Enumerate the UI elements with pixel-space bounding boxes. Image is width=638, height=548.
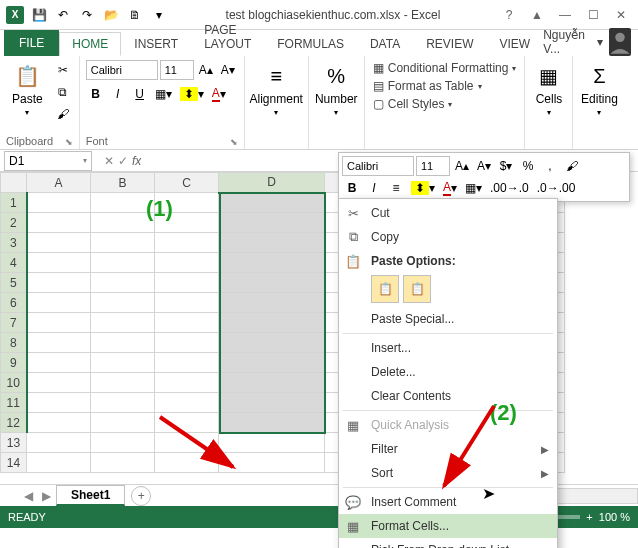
- cancel-formula-icon[interactable]: ✕: [104, 154, 114, 168]
- minimize-icon[interactable]: —: [552, 4, 578, 26]
- cell-D11[interactable]: [219, 393, 325, 413]
- cell-D9[interactable]: [219, 353, 325, 373]
- mini-dec-decimal-icon[interactable]: .00→.0: [487, 178, 532, 198]
- cell-B4[interactable]: [91, 253, 155, 273]
- row-header-13[interactable]: 13: [1, 433, 27, 453]
- row-header-10[interactable]: 10: [1, 373, 27, 393]
- tab-view[interactable]: VIEW: [487, 32, 544, 56]
- open-icon[interactable]: 📂: [100, 4, 122, 26]
- user-account[interactable]: Nguyễn V... ▾: [543, 28, 638, 56]
- cell-D4[interactable]: [219, 253, 325, 273]
- sheet-nav-prev-icon[interactable]: ◀: [20, 489, 36, 503]
- cell-C13[interactable]: [155, 433, 219, 453]
- cell-B3[interactable]: [91, 233, 155, 253]
- row-header-7[interactable]: 7: [1, 313, 27, 333]
- tab-file[interactable]: FILE: [4, 30, 59, 56]
- mini-increase-font-icon[interactable]: A▴: [452, 156, 472, 176]
- cell-B10[interactable]: [91, 373, 155, 393]
- select-all-corner[interactable]: [1, 173, 27, 193]
- cell-B14[interactable]: [91, 453, 155, 473]
- mini-comma-icon[interactable]: ,: [540, 156, 560, 176]
- mini-font-size[interactable]: [416, 156, 450, 176]
- editing-button[interactable]: Σ Editing ▾: [579, 60, 619, 119]
- undo-icon[interactable]: ↶: [52, 4, 74, 26]
- cell-D3[interactable]: [219, 233, 325, 253]
- paste-option-1[interactable]: 📋: [371, 275, 399, 303]
- ctx-insert-comment[interactable]: 💬 Insert Comment: [339, 490, 557, 514]
- cell-D10[interactable]: [219, 373, 325, 393]
- col-header-D[interactable]: D: [219, 173, 325, 193]
- cell-B2[interactable]: [91, 213, 155, 233]
- bold-button[interactable]: B: [86, 84, 106, 104]
- qat-more-icon[interactable]: ▾: [148, 4, 170, 26]
- col-header-B[interactable]: B: [91, 173, 155, 193]
- zoom-in-icon[interactable]: +: [586, 511, 592, 523]
- cell-C9[interactable]: [155, 353, 219, 373]
- font-launcher-icon[interactable]: ⬊: [230, 137, 238, 147]
- cell-B9[interactable]: [91, 353, 155, 373]
- tab-insert[interactable]: INSERT: [121, 32, 191, 56]
- mini-accounting-icon[interactable]: $▾: [496, 156, 516, 176]
- cell-A1[interactable]: [27, 193, 91, 213]
- font-name-combo[interactable]: [86, 60, 158, 80]
- zoom-value[interactable]: 100 %: [599, 511, 630, 523]
- ctx-sort[interactable]: Sort ▶: [339, 461, 557, 485]
- cell-A7[interactable]: [27, 313, 91, 333]
- cell-B12[interactable]: [91, 413, 155, 433]
- cell-C12[interactable]: [155, 413, 219, 433]
- cell-D13[interactable]: [219, 433, 325, 453]
- cell-D14[interactable]: [219, 453, 325, 473]
- row-header-6[interactable]: 6: [1, 293, 27, 313]
- sheet-tab-1[interactable]: Sheet1: [56, 485, 125, 506]
- cell-A9[interactable]: [27, 353, 91, 373]
- row-header-3[interactable]: 3: [1, 233, 27, 253]
- cell-A14[interactable]: [27, 453, 91, 473]
- fx-icon[interactable]: fx: [132, 154, 141, 168]
- cell-B6[interactable]: [91, 293, 155, 313]
- row-header-4[interactable]: 4: [1, 253, 27, 273]
- row-header-9[interactable]: 9: [1, 353, 27, 373]
- row-header-14[interactable]: 14: [1, 453, 27, 473]
- name-box[interactable]: D1 ▾: [4, 151, 92, 171]
- border-icon[interactable]: ▦▾: [152, 84, 175, 104]
- cell-C1[interactable]: [155, 193, 219, 213]
- fill-color-icon[interactable]: ⬍▾: [177, 84, 207, 104]
- cell-D5[interactable]: [219, 273, 325, 293]
- ctx-paste-special[interactable]: Paste Special...: [339, 307, 557, 331]
- cell-D2[interactable]: [219, 213, 325, 233]
- cell-B7[interactable]: [91, 313, 155, 333]
- cell-C6[interactable]: [155, 293, 219, 313]
- ctx-format-cells[interactable]: ▦ Format Cells...: [339, 514, 557, 538]
- mini-font-name[interactable]: [342, 156, 414, 176]
- cell-A12[interactable]: [27, 413, 91, 433]
- clipboard-launcher-icon[interactable]: ⬊: [65, 137, 73, 147]
- cell-A8[interactable]: [27, 333, 91, 353]
- cell-C3[interactable]: [155, 233, 219, 253]
- sheet-nav-next-icon[interactable]: ▶: [38, 489, 54, 503]
- enter-formula-icon[interactable]: ✓: [118, 154, 128, 168]
- cell-styles-button[interactable]: ▢ Cell Styles ▾: [371, 96, 519, 112]
- cell-C11[interactable]: [155, 393, 219, 413]
- mini-align-icon[interactable]: ≡: [386, 178, 406, 198]
- cells-button[interactable]: ▦ Cells ▾: [531, 60, 566, 119]
- cell-B11[interactable]: [91, 393, 155, 413]
- mini-fill-icon[interactable]: ⬍▾: [408, 178, 438, 198]
- tab-data[interactable]: DATA: [357, 32, 413, 56]
- ctx-insert[interactable]: Insert...: [339, 336, 557, 360]
- italic-button[interactable]: I: [108, 84, 128, 104]
- cell-A2[interactable]: [27, 213, 91, 233]
- save-icon[interactable]: 💾: [28, 4, 50, 26]
- tab-home[interactable]: HOME: [59, 32, 121, 56]
- number-button[interactable]: % Number ▾: [315, 60, 358, 119]
- cell-B1[interactable]: [91, 193, 155, 213]
- tab-formulas[interactable]: FORMULAS: [264, 32, 357, 56]
- cell-A3[interactable]: [27, 233, 91, 253]
- mini-italic-icon[interactable]: I: [364, 178, 384, 198]
- paste-button[interactable]: 📋 Paste ▾: [6, 60, 49, 133]
- cell-C14[interactable]: [155, 453, 219, 473]
- col-header-C[interactable]: C: [155, 173, 219, 193]
- ctx-pick-dropdown[interactable]: Pick From Drop-down List...: [339, 538, 557, 548]
- cell-C7[interactable]: [155, 313, 219, 333]
- cell-D12[interactable]: [219, 413, 325, 433]
- row-header-11[interactable]: 11: [1, 393, 27, 413]
